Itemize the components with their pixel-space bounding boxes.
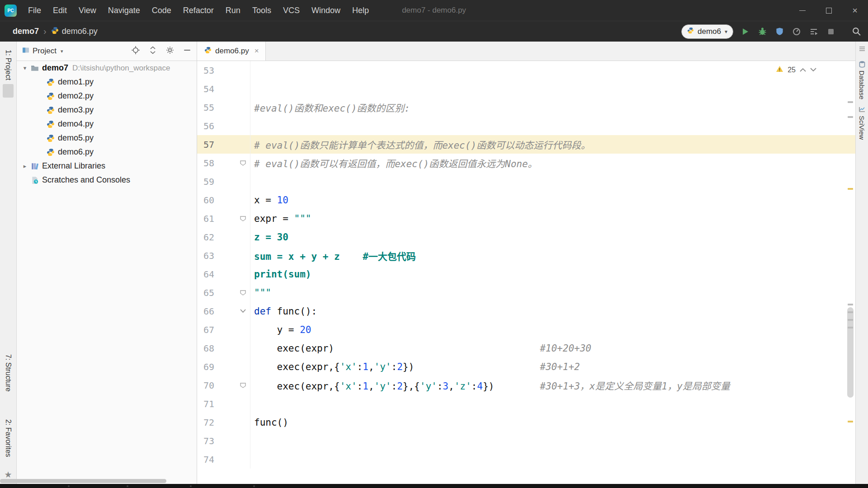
line-number[interactable]: 56 <box>197 121 215 131</box>
line-number[interactable]: 58 <box>197 158 215 169</box>
code-line-63[interactable]: 63sum = x + y + z #一大包代码 <box>197 246 855 265</box>
line-number[interactable]: 59 <box>197 176 215 187</box>
tab-close-icon[interactable]: × <box>255 47 259 56</box>
stripe-warning-mark[interactable] <box>848 188 853 190</box>
code-line-66[interactable]: 66def func(): <box>197 302 855 320</box>
code-line-54[interactable]: 54 <box>197 80 855 98</box>
tree-file-demo4-py[interactable]: demo4.py <box>17 117 197 131</box>
debug-button[interactable] <box>757 26 768 37</box>
locate-file-icon[interactable] <box>132 46 140 56</box>
line-number[interactable]: 64 <box>197 269 215 280</box>
tree-root-demo7[interactable]: ▾ demo7 D:\itsishu\python_workspace <box>17 61 197 75</box>
menu-edit[interactable]: Edit <box>47 6 73 15</box>
line-number[interactable]: 68 <box>197 343 215 354</box>
code-line-68[interactable]: 68 exec(expr) #10+20+30 <box>197 339 855 357</box>
code-line-59[interactable]: 59 <box>197 172 855 191</box>
code-line-70[interactable]: 70 exec(expr,{'x':1,'y':2},{'y':3,'z':4}… <box>197 376 855 394</box>
stop-button[interactable] <box>826 26 836 37</box>
breadcrumb-file[interactable]: demo6.py <box>62 27 98 36</box>
editor-body[interactable]: 535455#eval()函数和exec()函数的区别: 5657# eval(… <box>197 61 855 488</box>
tree-file-demo3-py[interactable]: demo3.py <box>17 103 197 117</box>
line-number[interactable]: 61 <box>197 213 215 224</box>
code-line-73[interactable]: 73 <box>197 432 855 450</box>
next-problem-chevron-down-icon[interactable] <box>810 68 816 72</box>
menu-vcs[interactable]: VCS <box>277 6 306 15</box>
code-line-55[interactable]: 55#eval()函数和exec()函数的区别: <box>197 98 855 117</box>
previous-problem-chevron-up-icon[interactable] <box>800 68 806 72</box>
tree-file-demo1-py[interactable]: demo1.py <box>17 75 197 89</box>
scrollbar-thumb[interactable] <box>847 307 854 398</box>
fold-marker-icon[interactable] <box>215 302 250 320</box>
code-line-64[interactable]: 64print(sum) <box>197 265 855 283</box>
line-number[interactable]: 53 <box>197 65 215 76</box>
menu-navigate[interactable]: Navigate <box>102 6 146 15</box>
line-number[interactable]: 60 <box>197 195 215 206</box>
tree-file-demo2-py[interactable]: demo2.py <box>17 89 197 103</box>
tool-window-button-sciview[interactable]: SciView <box>858 106 866 140</box>
line-number[interactable]: 74 <box>197 454 215 465</box>
fold-marker-icon[interactable] <box>215 376 250 394</box>
line-number[interactable]: 66 <box>197 306 215 317</box>
menu-run[interactable]: Run <box>220 6 246 15</box>
line-number[interactable]: 73 <box>197 436 215 446</box>
stripe-options-icon[interactable] <box>859 45 866 54</box>
breadcrumb-project[interactable]: demo7 <box>13 27 39 36</box>
fold-marker-icon[interactable] <box>215 283 250 302</box>
code-line-65[interactable]: 65""" <box>197 283 855 302</box>
stripe-warning-mark[interactable] <box>848 421 853 422</box>
menu-window[interactable]: Window <box>306 6 346 15</box>
tree-node-scratches[interactable]: Scratches and Consoles <box>17 173 197 187</box>
stripe-mark[interactable] <box>848 311 853 313</box>
line-number[interactable]: 65 <box>197 287 215 298</box>
line-number[interactable]: 57 <box>197 139 215 150</box>
tool-window-button-structure[interactable]: 7: Structure <box>0 354 16 392</box>
line-number[interactable]: 63 <box>197 250 215 261</box>
stripe-mark[interactable] <box>848 101 853 103</box>
line-number[interactable]: 71 <box>197 399 215 409</box>
menu-view[interactable]: View <box>73 6 102 15</box>
tool-window-button-favorites[interactable]: 2: Favorites <box>0 419 16 457</box>
menu-file[interactable]: File <box>22 6 47 15</box>
stripe-mark[interactable] <box>848 116 853 118</box>
run-anything-button[interactable] <box>808 26 819 37</box>
favorites-star-icon[interactable]: ★ <box>0 469 16 480</box>
code-line-61[interactable]: 61expr = """ <box>197 209 855 228</box>
menu-code[interactable]: Code <box>146 6 177 15</box>
code-line-57[interactable]: 57# eval()函数只能计算单个表达式的值，而exec()函数可以动态运行代… <box>197 135 855 154</box>
collapse-all-icon[interactable] <box>149 46 157 56</box>
code-line-71[interactable]: 71 <box>197 394 855 413</box>
close-button[interactable]: × <box>842 0 868 21</box>
stripe-mark[interactable] <box>848 304 853 305</box>
search-everywhere-button[interactable] <box>851 26 862 37</box>
code-line-69[interactable]: 69 exec(expr,{'x':1,'y':2}) #30+1+2 <box>197 357 855 376</box>
line-number[interactable]: 62 <box>197 232 215 243</box>
fold-marker-icon[interactable] <box>215 154 250 172</box>
run-button[interactable] <box>740 26 750 37</box>
run-configuration-select[interactable]: demo6 ▾ <box>681 24 733 39</box>
maximize-button[interactable] <box>816 0 842 21</box>
hide-panel-icon[interactable] <box>183 46 191 56</box>
profiler-button[interactable] <box>791 26 802 37</box>
line-number[interactable]: 70 <box>197 380 215 391</box>
run-with-coverage-button[interactable] <box>774 26 785 37</box>
chevron-down-icon[interactable]: ▾ <box>61 48 63 54</box>
menu-refactor[interactable]: Refactor <box>177 6 220 15</box>
code-line-58[interactable]: 58# eval()函数可以有返回值，而exec()函数返回值永远为None。 <box>197 154 855 172</box>
code-line-60[interactable]: 60x = 10 <box>197 191 855 209</box>
tree-file-demo6-py[interactable]: demo6.py <box>17 145 197 159</box>
chevron-right-icon[interactable]: ▸ <box>21 163 29 169</box>
code-line-62[interactable]: 62z = 30 <box>197 228 855 246</box>
menu-help[interactable]: Help <box>346 6 375 15</box>
code-line-67[interactable]: 67 y = 20 <box>197 320 855 339</box>
tool-window-button-project[interactable]: 1: Project <box>0 50 16 98</box>
code-line-72[interactable]: 72func() <box>197 413 855 432</box>
error-stripe-scrollbar[interactable] <box>846 61 855 488</box>
settings-gear-icon[interactable] <box>166 46 174 56</box>
line-number[interactable]: 72 <box>197 417 215 428</box>
chevron-down-icon[interactable]: ▾ <box>21 65 29 71</box>
project-panel-title[interactable]: Project <box>33 47 57 56</box>
fold-marker-icon[interactable] <box>215 209 250 228</box>
tree-node-external-libraries[interactable]: ▸ External Libraries <box>17 159 197 173</box>
code-line-56[interactable]: 56 <box>197 117 855 135</box>
line-number[interactable]: 69 <box>197 361 215 372</box>
